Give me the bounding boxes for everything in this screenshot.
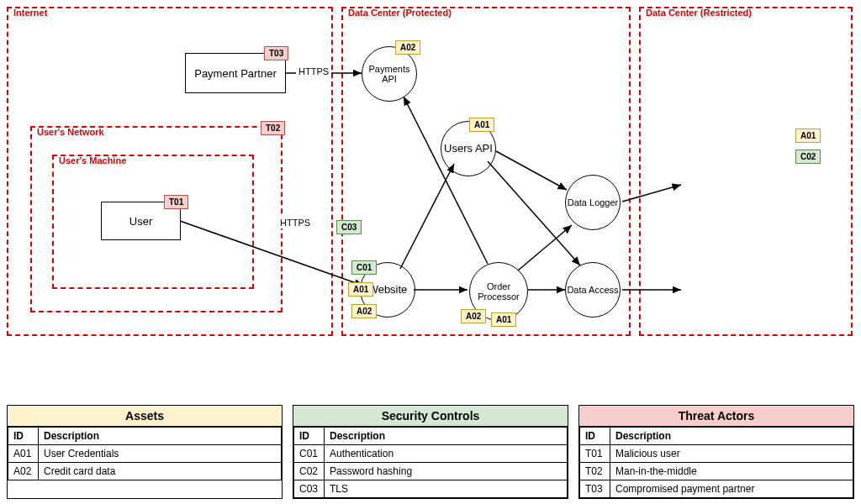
tag-c02-restricted: C02 — [795, 150, 821, 164]
edge-label-partner-payments: HTTPS — [296, 66, 331, 77]
svg-line-8 — [496, 151, 567, 190]
tag-a01-website: A01 — [348, 282, 373, 297]
svg-line-10 — [622, 185, 681, 202]
tag-a02-order-processor: A02 — [461, 309, 486, 323]
edge-label-user-website: HTTPS — [277, 217, 313, 228]
tag-c03-https-edge: C03 — [336, 220, 362, 234]
tag-a01-users-api: A01 — [469, 118, 494, 132]
tag-t01-user: T01 — [164, 195, 188, 209]
tag-t03-payment-partner: T03 — [264, 46, 288, 60]
tag-a01-order-processor: A01 — [491, 312, 516, 327]
arrows-layer — [0, 0, 861, 504]
tag-a01-restricted: A01 — [795, 129, 821, 143]
svg-line-7 — [488, 161, 580, 265]
tag-a02-payments-api: A02 — [395, 40, 420, 55]
tag-c01-website: C01 — [351, 260, 377, 275]
tag-t02-users-network: T02 — [261, 121, 285, 135]
tag-a02-website: A02 — [351, 304, 377, 318]
